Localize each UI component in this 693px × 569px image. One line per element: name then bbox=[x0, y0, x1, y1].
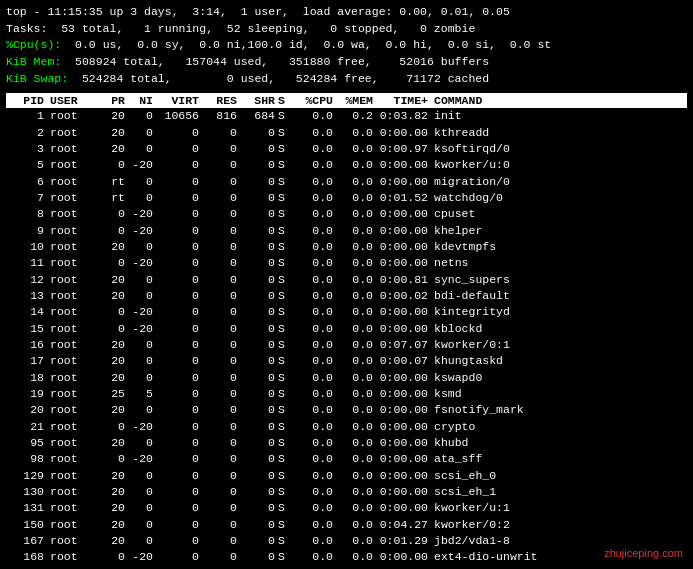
cell-s: S bbox=[278, 517, 296, 533]
cell-res: 0 bbox=[202, 419, 240, 435]
cell-shr: 0 bbox=[240, 484, 278, 500]
cell-virt: 21484 bbox=[156, 566, 202, 569]
col-header-virt: VIRT bbox=[156, 94, 202, 107]
table-row: 5root0-20000S0.00.00:00.00kworker/u:0 bbox=[6, 157, 687, 173]
header-line3: %Cpu(s): 0.0 us, 0.0 sy, 0.0 ni,100.0 id… bbox=[6, 37, 687, 54]
cell-time: 0:01.29 bbox=[376, 533, 432, 549]
cell-virt: 0 bbox=[156, 402, 202, 418]
cell-virt: 0 bbox=[156, 223, 202, 239]
cell-cmd: fsnotify_mark bbox=[432, 402, 687, 418]
cell-mem: 0.0 bbox=[336, 468, 376, 484]
cell-mem: 0.0 bbox=[336, 451, 376, 467]
cell-time: 0:00.00 bbox=[376, 500, 432, 516]
cell-ni: -20 bbox=[128, 157, 156, 173]
header-line5: KiB Swap: 524284 total, 0 used, 524284 f… bbox=[6, 71, 687, 88]
table-row: 3root200000S0.00.00:00.97ksoftirqd/0 bbox=[6, 141, 687, 157]
cell-ni: 5 bbox=[128, 386, 156, 402]
cell-pid: 19 bbox=[6, 386, 48, 402]
cell-pid: 6 bbox=[6, 174, 48, 190]
cell-virt: 0 bbox=[156, 337, 202, 353]
swap-label: KiB Swap: bbox=[6, 72, 68, 85]
cell-cmd: init bbox=[432, 108, 687, 124]
cell-cpu: 0.0 bbox=[296, 239, 336, 255]
cell-pid: 16 bbox=[6, 337, 48, 353]
cell-res: 0 bbox=[202, 500, 240, 516]
cell-time: 0:00.00 bbox=[376, 321, 432, 337]
cell-virt: 0 bbox=[156, 255, 202, 271]
cell-cpu: 0.0 bbox=[296, 533, 336, 549]
mem-values: 508924 total, 157044 used, 351880 free, … bbox=[61, 55, 489, 68]
cell-res: 0 bbox=[202, 370, 240, 386]
cell-s: S bbox=[278, 468, 296, 484]
cell-pr: 20 bbox=[100, 141, 128, 157]
table-row: 12root200000S0.00.00:00.81sync_supers bbox=[6, 272, 687, 288]
cell-cpu: 0.0 bbox=[296, 272, 336, 288]
cell-mem: 0.0 bbox=[336, 255, 376, 271]
cell-s: S bbox=[278, 533, 296, 549]
cell-pr: 20 bbox=[100, 517, 128, 533]
cell-user: root bbox=[48, 223, 100, 239]
cell-ni: 0 bbox=[128, 402, 156, 418]
cell-time: 0:00.00 bbox=[376, 370, 432, 386]
header-section: top - 11:15:35 up 3 days, 3:14, 1 user, … bbox=[6, 4, 687, 87]
cell-ni: 0 bbox=[128, 239, 156, 255]
table-row: 130root200000S0.00.00:00.00scsi_eh_1 bbox=[6, 484, 687, 500]
cell-virt: 0 bbox=[156, 272, 202, 288]
cell-cmd: kswapd0 bbox=[432, 370, 687, 386]
cell-user: root bbox=[48, 125, 100, 141]
cell-mem: 0.0 bbox=[336, 174, 376, 190]
cell-s: S bbox=[278, 321, 296, 337]
cell-pid: 310 bbox=[6, 566, 48, 569]
cell-virt: 10656 bbox=[156, 108, 202, 124]
cell-user: root bbox=[48, 141, 100, 157]
table-row: 7rootrt0000S0.00.00:01.52watchdog/0 bbox=[6, 190, 687, 206]
cell-cpu: 0.0 bbox=[296, 386, 336, 402]
cell-pr: 0 bbox=[100, 157, 128, 173]
cell-mem: 0.0 bbox=[336, 337, 376, 353]
cell-cpu: 0.0 bbox=[296, 517, 336, 533]
cell-pid: 167 bbox=[6, 533, 48, 549]
cell-time: 0:00.00 bbox=[376, 402, 432, 418]
cell-s: S bbox=[278, 141, 296, 157]
cell-s: S bbox=[278, 484, 296, 500]
cell-shr: 0 bbox=[240, 239, 278, 255]
cell-pr: 20 bbox=[100, 337, 128, 353]
cell-pr: rt bbox=[100, 174, 128, 190]
cell-s: S bbox=[278, 500, 296, 516]
cell-ni: -20 bbox=[128, 549, 156, 565]
cell-cmd: scsi_eh_0 bbox=[432, 468, 687, 484]
cell-cmd: sync_supers bbox=[432, 272, 687, 288]
cell-cpu: 0.0 bbox=[296, 206, 336, 222]
cell-time: 0:00.07 bbox=[376, 353, 432, 369]
cell-cmd: migration/0 bbox=[432, 174, 687, 190]
cell-mem: 0.0 bbox=[336, 370, 376, 386]
col-header-shr: SHR bbox=[240, 94, 278, 107]
table-row: 2root200000S0.00.00:00.00kthreadd bbox=[6, 125, 687, 141]
cell-ni: -20 bbox=[128, 321, 156, 337]
cell-virt: 0 bbox=[156, 386, 202, 402]
cell-cmd: crypto bbox=[432, 419, 687, 435]
cell-time: 0:00.00 bbox=[376, 239, 432, 255]
cell-cpu: 0.0 bbox=[296, 435, 336, 451]
cell-shr: 0 bbox=[240, 353, 278, 369]
cell-time: 0:00.00 bbox=[376, 174, 432, 190]
table-row: 310root200214841428812S0.00.30:00.02udev… bbox=[6, 566, 687, 569]
cell-pr: 0 bbox=[100, 206, 128, 222]
cell-cpu: 0.0 bbox=[296, 223, 336, 239]
cell-time: 0:00.00 bbox=[376, 255, 432, 271]
cell-pid: 130 bbox=[6, 484, 48, 500]
cell-time: 0:00.00 bbox=[376, 386, 432, 402]
table-row: 19root255000S0.00.00:00.00ksmd bbox=[6, 386, 687, 402]
cell-cpu: 0.0 bbox=[296, 419, 336, 435]
cell-pid: 150 bbox=[6, 517, 48, 533]
cell-shr: 0 bbox=[240, 549, 278, 565]
cell-user: root bbox=[48, 517, 100, 533]
cell-user: root bbox=[48, 451, 100, 467]
cell-user: root bbox=[48, 108, 100, 124]
cell-pid: 13 bbox=[6, 288, 48, 304]
cell-cmd: kthreadd bbox=[432, 125, 687, 141]
cell-user: root bbox=[48, 255, 100, 271]
cell-pr: 20 bbox=[100, 239, 128, 255]
cell-time: 0:00.02 bbox=[376, 288, 432, 304]
cell-cmd: watchdog/0 bbox=[432, 190, 687, 206]
